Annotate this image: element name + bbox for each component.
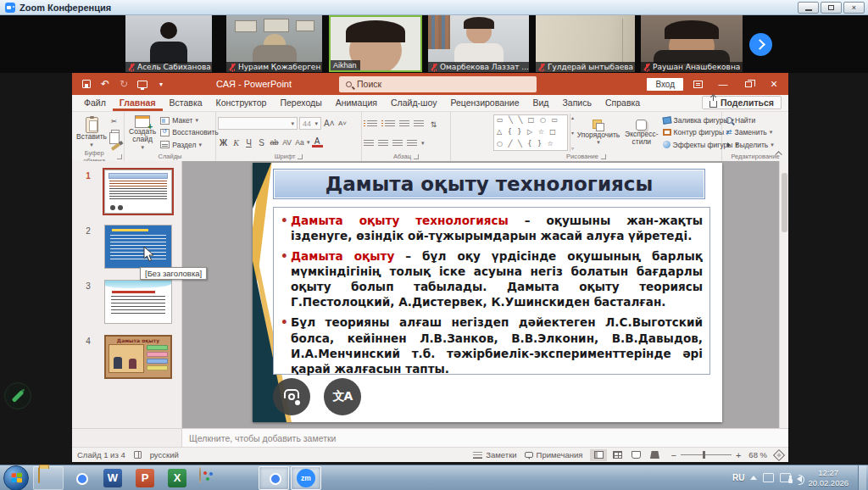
show-desktop-button[interactable] [858,465,866,490]
font-name-combo[interactable]: ▾ [218,117,298,130]
language-indicator[interactable]: русский [150,450,179,459]
zoom-level[interactable]: 68 % [748,450,767,459]
text-shadow-button[interactable]: S [256,136,267,148]
layout-button[interactable]: Макет▾ [159,116,220,125]
taskbar-excel[interactable]: X [162,466,192,490]
share-button[interactable]: Поделиться [702,96,782,109]
start-button[interactable] [3,465,29,490]
slide-title[interactable]: Дамыта оқыту технологиясы [273,169,705,199]
align-right-button[interactable] [392,140,403,148]
arrange-button[interactable]: Упорядочить ▾ [575,114,622,152]
reading-view-button[interactable] [627,449,644,461]
tray-display-icon[interactable] [763,473,774,482]
vertical-scrollbar[interactable] [779,161,788,428]
change-case-button[interactable]: Aa [294,136,305,148]
slide-sorter-view-button[interactable] [609,449,626,461]
section-button[interactable]: Раздел▾ [159,141,220,149]
tab-help[interactable]: Справка [598,96,647,111]
slide-thumbnail-1[interactable] [104,170,172,214]
paste-button[interactable]: Вставить ▾ [74,114,109,152]
tab-view[interactable]: Вид [526,96,556,111]
align-center-button[interactable] [378,140,388,148]
taskbar-powerpoint[interactable]: P [130,466,160,490]
normal-view-button[interactable] [590,449,607,461]
redo-icon[interactable]: ↻ [118,78,130,90]
zoom-out-button[interactable]: − [670,450,676,460]
bullets-button[interactable] [367,120,377,128]
tab-review[interactable]: Рецензирование [443,96,526,111]
slide-text-box[interactable]: Дамыта оқыту технологиясы – оқушыны жан-… [273,207,710,375]
quick-styles-button[interactable]: Экспресс-стили [622,114,661,152]
clipboard-dialog-launcher[interactable] [117,154,122,159]
replace-button[interactable]: ⇄Заменить▾ [724,128,787,136]
slide-thumbnail-2[interactable] [104,225,172,269]
tab-design[interactable]: Конструктор [209,96,274,111]
line-spacing-button[interactable]: ⇅ [428,119,439,131]
zoom-in-button[interactable]: + [736,450,741,460]
zoom-slider[interactable] [681,454,732,455]
participant-tile[interactable]: Асель Сабиханова [125,15,212,72]
decrease-font-icon[interactable]: A˅ [337,118,348,130]
slideshow-view-button[interactable] [646,449,663,461]
participant-tile[interactable]: Гулдерай ынтыбаева [536,15,635,72]
copy-button[interactable] [109,130,122,140]
tab-animations[interactable]: Анимация [329,96,384,111]
taskbar-chrome-active[interactable] [259,466,289,490]
ppt-minimize-button[interactable]: — [712,75,734,92]
tab-transitions[interactable]: Переходы [273,96,328,111]
columns-button[interactable]: ▾ [421,140,425,147]
tab-home[interactable]: Главная [113,96,163,111]
save-icon[interactable] [81,78,92,90]
collapse-ribbon-icon[interactable] [774,148,786,159]
participant-tile[interactable]: Раушан Анашбековна [641,15,743,72]
google-lens-button[interactable] [273,378,310,415]
sign-in-button[interactable]: Вход [647,78,683,91]
format-painter-button[interactable] [109,145,122,148]
minimize-button[interactable] [798,2,819,14]
maximize-button[interactable] [821,2,842,14]
search-input[interactable]: Поиск [339,76,537,92]
shapes-gallery[interactable]: ▭ ╲ ╲ □ ○ ▭ △ { } ▷ ☆ □ ○ ╱ ╲ { } ☆ ▴▾▿ [492,114,575,152]
notes-toggle[interactable]: Заметки [473,450,516,459]
tab-slideshow[interactable]: Слайд-шоу [384,96,443,111]
next-participants-button[interactable] [749,33,772,56]
cut-button[interactable]: ✂ [109,117,122,125]
language-switcher[interactable]: RU [732,473,744,482]
strikethrough-button[interactable]: ab [269,136,280,148]
participant-tile[interactable]: Нураим Қожаберген [226,15,322,72]
notes-placeholder[interactable]: Щелкните, чтобы добавить заметки [182,429,336,447]
taskbar-chrome-pinned[interactable] [65,466,96,490]
current-slide[interactable]: Дамыта оқыту технологиясы Дамыта оқыту т… [253,163,722,422]
ribbon-display-options-icon[interactable] [687,75,709,92]
character-spacing-button[interactable]: AV [281,136,292,148]
drawing-dialog-launcher[interactable] [601,154,606,159]
start-slideshow-icon[interactable] [136,78,148,90]
undo-icon[interactable]: ↶ [99,78,111,90]
taskbar-zoom-active[interactable]: zm [291,466,321,490]
comments-toggle[interactable]: Примечания [525,450,583,459]
taskbar-paint[interactable] [194,466,225,490]
fit-slide-to-window-icon[interactable] [773,448,785,460]
close-button[interactable]: × [843,2,865,14]
tab-record[interactable]: Запись [556,96,598,111]
font-dialog-launcher[interactable] [298,154,303,159]
slide-thumbnail-3[interactable] [104,280,172,324]
taskbar-word[interactable]: W [97,466,128,490]
find-button[interactable]: Найти [724,116,787,125]
qat-customize-icon[interactable]: ▾ [155,78,167,90]
indent-increase-button[interactable] [414,120,424,128]
tray-volume-icon[interactable] [797,476,802,482]
underline-button[interactable]: Ч [243,136,254,148]
annotation-pencil-button[interactable] [4,382,31,409]
italic-button[interactable]: К [231,136,242,148]
taskbar-firefox[interactable] [226,466,257,490]
tab-file[interactable]: Файл [77,96,113,111]
paragraph-dialog-launcher[interactable] [414,154,419,159]
tab-insert[interactable]: Вставка [163,96,209,111]
increase-font-icon[interactable]: A˄ [323,118,336,130]
numbering-button[interactable] [385,120,395,128]
ppt-close-button[interactable]: × [763,75,785,92]
font-size-combo[interactable]: 44▾ [299,117,321,130]
participant-tile-active-speaker[interactable]: Aikhan [329,15,422,72]
translate-button[interactable]: 文A [324,378,361,415]
